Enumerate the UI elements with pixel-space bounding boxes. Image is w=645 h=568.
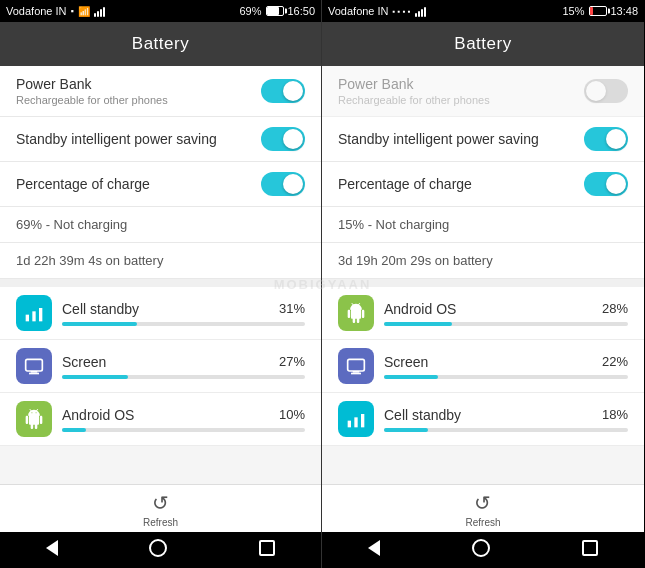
- app-icon-2-right: [338, 401, 374, 437]
- toggle-pct-left[interactable]: [261, 172, 305, 196]
- toggle-standby-right[interactable]: [584, 127, 628, 151]
- app-row-0-left[interactable]: Cell standby 31%: [0, 287, 321, 340]
- title-right: Battery: [454, 34, 511, 53]
- app-icon-2-left: [16, 401, 52, 437]
- app-name-2-left: Android OS: [62, 407, 134, 423]
- toggle-power-bank-left[interactable]: [261, 79, 305, 103]
- app-info-2-left: Android OS 10%: [62, 407, 305, 432]
- toggle-power-bank-right[interactable]: [584, 79, 628, 103]
- svg-rect-1: [32, 311, 35, 321]
- nav-square-right[interactable]: [570, 536, 610, 564]
- app-row-1-left[interactable]: Screen 27%: [0, 340, 321, 393]
- power-bank-sub-left: Rechargeable for other phones: [16, 94, 168, 106]
- signal-left: [94, 5, 105, 17]
- svg-rect-0: [26, 315, 29, 322]
- battery-pct-left: 69%: [239, 5, 261, 17]
- svg-rect-2: [39, 308, 42, 321]
- setting-standby-right[interactable]: Standby intelligent power saving: [322, 117, 644, 162]
- settings-content-left: Power Bank Rechargeable for other phones…: [0, 66, 321, 484]
- signal-right: [415, 5, 426, 17]
- setting-pct-left[interactable]: Percentage of charge: [0, 162, 321, 207]
- refresh-icon-right: ↺: [474, 491, 491, 515]
- svg-rect-8: [351, 373, 361, 375]
- app-row-2-right[interactable]: Cell standby 18%: [322, 393, 644, 446]
- app-name-0-left: Cell standby: [62, 301, 139, 317]
- status-bar-right: Vodafone IN ▪ ▪ ▪ ▪ 15% 13:48: [322, 0, 644, 22]
- power-bank-label-right: Power Bank: [338, 76, 490, 92]
- app-icon-0-right: [338, 295, 374, 331]
- nav-bar-left: [0, 532, 321, 568]
- nav-bar-right: [322, 532, 644, 568]
- setting-power-bank-left[interactable]: Power Bank Rechargeable for other phones: [0, 66, 321, 117]
- app-pct-1-left: 27%: [279, 354, 305, 369]
- status-bar-left: Vodafone IN ▪ 📶 69% 16:50: [0, 0, 321, 22]
- battery-icon-left: [266, 6, 284, 16]
- svg-rect-4: [31, 371, 38, 373]
- sim-icons-right: ▪ ▪ ▪ ▪: [393, 7, 411, 16]
- toggle-standby-left[interactable]: [261, 127, 305, 151]
- wifi-icon-left: 📶: [78, 6, 90, 17]
- app-name-0-right: Android OS: [384, 301, 456, 317]
- app-row-1-right[interactable]: Screen 22%: [322, 340, 644, 393]
- info1-right: 15% - Not charging: [322, 207, 644, 243]
- svg-rect-9: [348, 421, 351, 428]
- refresh-btn-right[interactable]: ↺ Refresh: [465, 491, 500, 528]
- nav-back-left[interactable]: [34, 536, 70, 564]
- bottom-actions-left: ↺ Refresh: [0, 484, 321, 532]
- svg-rect-6: [348, 359, 365, 371]
- info2-left: 1d 22h 39m 4s on battery: [0, 243, 321, 279]
- svg-rect-11: [361, 414, 364, 427]
- app-row-2-left[interactable]: Android OS 10%: [0, 393, 321, 446]
- standby-label-left: Standby intelligent power saving: [16, 131, 217, 147]
- refresh-icon-left: ↺: [152, 491, 169, 515]
- nav-square-left[interactable]: [247, 536, 287, 564]
- app-pct-0-left: 31%: [279, 301, 305, 316]
- divider-left: [0, 279, 321, 287]
- svg-rect-5: [29, 373, 39, 375]
- carrier-left: Vodafone IN: [6, 5, 67, 17]
- app-pct-2-right: 18%: [602, 407, 628, 422]
- refresh-label-right: Refresh: [465, 517, 500, 528]
- time-left: 16:50: [287, 5, 315, 17]
- app-icon-1-left: [16, 348, 52, 384]
- info2-right: 3d 19h 20m 29s on battery: [322, 243, 644, 279]
- battery-icon-right: [589, 6, 607, 16]
- pct-label-left: Percentage of charge: [16, 176, 150, 192]
- app-name-1-right: Screen: [384, 354, 428, 370]
- app-pct-1-right: 22%: [602, 354, 628, 369]
- setting-standby-left[interactable]: Standby intelligent power saving: [0, 117, 321, 162]
- refresh-label-left: Refresh: [143, 517, 178, 528]
- toggle-pct-right[interactable]: [584, 172, 628, 196]
- setting-pct-right[interactable]: Percentage of charge: [322, 162, 644, 207]
- settings-content-right: Power Bank Rechargeable for other phones…: [322, 66, 644, 484]
- sim-icon-left: ▪: [71, 6, 74, 16]
- app-info-0-left: Cell standby 31%: [62, 301, 305, 326]
- app-info-1-left: Screen 27%: [62, 354, 305, 379]
- app-name-2-right: Cell standby: [384, 407, 461, 423]
- svg-rect-10: [354, 417, 357, 427]
- svg-rect-7: [353, 371, 360, 373]
- title-bar-right: Battery: [322, 22, 644, 66]
- phone-panel-left: Vodafone IN ▪ 📶 69% 16:50 Battery: [0, 0, 322, 568]
- app-row-0-right[interactable]: Android OS 28%: [322, 287, 644, 340]
- nav-home-right[interactable]: [460, 535, 502, 565]
- power-bank-label-left: Power Bank: [16, 76, 168, 92]
- nav-back-right[interactable]: [356, 536, 392, 564]
- title-left: Battery: [132, 34, 189, 53]
- info1-left: 69% - Not charging: [0, 207, 321, 243]
- pct-label-right: Percentage of charge: [338, 176, 472, 192]
- title-bar-left: Battery: [0, 22, 321, 66]
- app-pct-0-right: 28%: [602, 301, 628, 316]
- nav-home-left[interactable]: [137, 535, 179, 565]
- phone-panel-right: Vodafone IN ▪ ▪ ▪ ▪ 15% 13:48 Battery: [322, 0, 644, 568]
- app-info-1-right: Screen 22%: [384, 354, 628, 379]
- standby-label-right: Standby intelligent power saving: [338, 131, 539, 147]
- divider-right: [322, 279, 644, 287]
- setting-power-bank-right[interactable]: Power Bank Rechargeable for other phones: [322, 66, 644, 117]
- time-right: 13:48: [610, 5, 638, 17]
- app-info-0-right: Android OS 28%: [384, 301, 628, 326]
- refresh-btn-left[interactable]: ↺ Refresh: [143, 491, 178, 528]
- app-icon-0-left: [16, 295, 52, 331]
- battery-pct-right: 15%: [562, 5, 584, 17]
- app-name-1-left: Screen: [62, 354, 106, 370]
